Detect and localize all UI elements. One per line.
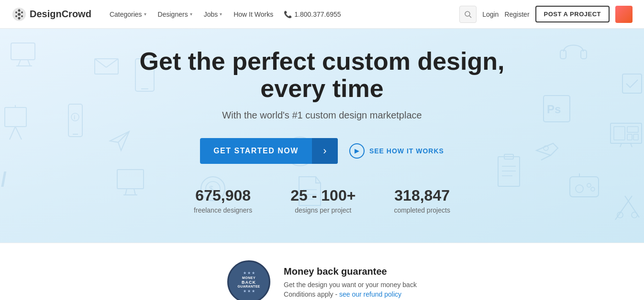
svg-point-3 — [21, 15, 23, 17]
svg-rect-51 — [627, 127, 638, 132]
badge-money-text: MONEY — [238, 276, 260, 280]
svg-rect-28 — [117, 170, 144, 189]
svg-line-12 — [28, 60, 30, 66]
svg-point-8 — [465, 11, 470, 16]
svg-point-6 — [15, 11, 17, 13]
svg-line-25 — [15, 127, 22, 139]
hero-buttons: GET STARTED NOW › ▶ SEE HOW IT WORKS — [200, 138, 444, 164]
svg-point-2 — [21, 11, 23, 13]
get-started-button[interactable]: GET STARTED NOW › — [200, 138, 338, 164]
logo-text: DesignCrowd — [30, 9, 91, 20]
svg-line-49 — [631, 143, 632, 147]
svg-line-9 — [469, 16, 471, 18]
categories-chevron-icon: ▾ — [144, 11, 146, 17]
star-icon-1: ★ — [243, 271, 246, 275]
svg-rect-41 — [498, 157, 520, 186]
navbar: DesignCrowd Categories ▾ Designers ▾ Job… — [0, 0, 644, 29]
svg-rect-47 — [611, 123, 642, 143]
logo[interactable]: DesignCrowd — [11, 7, 91, 22]
svg-line-11 — [18, 60, 21, 66]
svg-text:Ps: Ps — [547, 103, 561, 116]
svg-point-56 — [587, 183, 591, 187]
svg-line-30 — [134, 189, 135, 195]
svg-rect-23 — [5, 107, 26, 127]
drill-bg-icon — [532, 134, 563, 165]
checkbox-bg-icon — [620, 72, 644, 96]
nav-categories[interactable]: Categories ▾ — [105, 7, 151, 22]
svg-point-57 — [591, 187, 595, 191]
svg-point-62 — [632, 212, 637, 218]
see-how-label: SEE HOW IT WORKS — [369, 147, 444, 155]
svg-point-5 — [15, 15, 17, 17]
svg-rect-53 — [633, 134, 638, 140]
nav-jobs[interactable]: Jobs ▾ — [199, 7, 227, 22]
star-icon-6: ★ — [252, 289, 255, 293]
star-icon-2: ★ — [247, 271, 251, 275]
get-started-arrow-icon: › — [312, 138, 338, 164]
refund-policy-link[interactable]: see our refund policy — [339, 290, 401, 298]
easel-bg-icon — [0, 105, 31, 141]
monitor2-bg-icon — [608, 122, 644, 148]
svg-rect-42 — [504, 154, 513, 159]
stat-designers-label: freelance designers — [194, 206, 252, 214]
gamecontroller-bg-icon — [567, 172, 601, 201]
stat-projects-number: 318,847 — [394, 187, 450, 204]
jobs-chevron-icon: ▾ — [220, 11, 222, 17]
logo-icon — [11, 7, 27, 22]
svg-rect-37 — [544, 96, 570, 122]
svg-line-39 — [541, 155, 551, 160]
money-back-badge: ★ ★ ★ MONEY BACK GUARANTEE ★ ★ ★ — [227, 260, 270, 300]
dollar-bg-icon: / — [0, 167, 14, 191]
svg-rect-35 — [560, 50, 566, 59]
nav-right: Login Register POST A PROJECT — [459, 6, 633, 23]
search-icon — [464, 11, 472, 18]
svg-line-29 — [125, 189, 127, 195]
post-project-button[interactable]: POST A PROJECT — [535, 6, 610, 22]
user-avatar — [615, 6, 633, 23]
nav-links: Categories ▾ Designers ▾ Jobs ▾ How It W… — [105, 7, 459, 22]
nav-designers[interactable]: Designers ▾ — [153, 7, 197, 22]
badge-guarantee-text: GUARANTEE — [238, 285, 260, 288]
star-icon-4: ★ — [243, 289, 246, 293]
clipboard-bg-icon — [496, 153, 522, 189]
badge-content: ★ ★ ★ MONEY BACK GUARANTEE ★ ★ ★ — [238, 271, 260, 293]
svg-line-27 — [118, 131, 129, 142]
hero-title: Get the perfect custom design, every tim… — [107, 48, 537, 102]
stat-projects: 318,847 completed projects — [394, 187, 450, 214]
login-button[interactable]: Login — [482, 11, 499, 18]
stat-designers-number: 675,908 — [194, 187, 252, 204]
tools-bg-icon — [613, 193, 642, 222]
svg-point-7 — [18, 13, 21, 16]
svg-point-20 — [71, 113, 79, 121]
paperplane-bg-icon — [108, 129, 132, 153]
svg-rect-36 — [581, 50, 587, 59]
svg-line-60 — [625, 196, 639, 217]
svg-rect-19 — [68, 104, 82, 137]
see-how-button[interactable]: ▶ SEE HOW IT WORKS — [349, 143, 444, 159]
svg-rect-52 — [627, 134, 632, 140]
stat-designs: 25 - 100+ designs per project — [290, 187, 355, 214]
phone-bg-icon: i — [62, 103, 89, 139]
get-started-label: GET STARTED NOW — [200, 147, 312, 155]
svg-text:/: / — [1, 168, 7, 191]
star-icon-5: ★ — [247, 289, 251, 293]
badge-back-text: BACK — [238, 280, 260, 285]
stat-designers: 675,908 freelance designers — [194, 187, 252, 214]
hero-section: i — [0, 29, 644, 243]
svg-rect-10 — [11, 43, 35, 60]
svg-rect-50 — [614, 127, 625, 140]
svg-line-15 — [95, 59, 106, 67]
register-button[interactable]: Register — [504, 11, 529, 18]
svg-point-55 — [576, 185, 583, 193]
hero-subtitle: With the world's #1 custom design market… — [222, 110, 422, 121]
hero-stats: 675,908 freelance designers 25 - 100+ de… — [194, 187, 450, 214]
monitor-bg-icon — [9, 38, 40, 69]
svg-line-48 — [620, 143, 622, 147]
guarantee-text-block: Money back guarantee Get the design you … — [284, 266, 417, 298]
desktop-bg-icon — [115, 167, 146, 198]
guarantee-section: ★ ★ ★ MONEY BACK GUARANTEE ★ ★ ★ Money b… — [0, 243, 644, 300]
search-button[interactable] — [459, 6, 477, 23]
nav-how-it-works[interactable]: How It Works — [229, 7, 278, 22]
stat-designs-label: designs per project — [290, 206, 355, 214]
svg-text:i: i — [74, 114, 75, 121]
